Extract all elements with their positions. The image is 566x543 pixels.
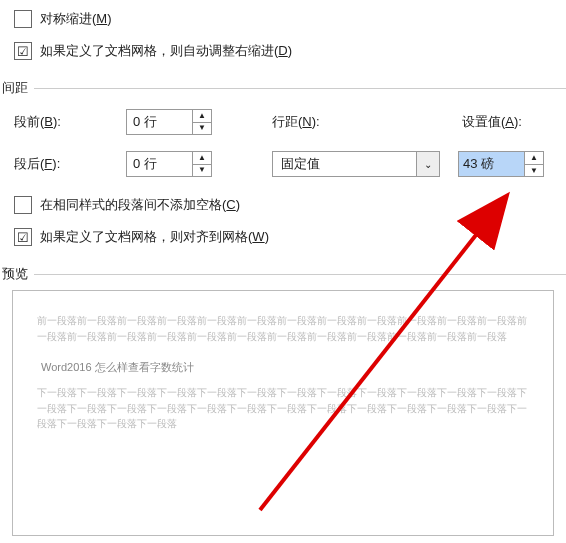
preview-before-text: 前一段落前一段落前一段落前一段落前一段落前一段落前一段落前一段落前一段落前一段落… bbox=[37, 313, 529, 344]
preview-section-header: 预览 bbox=[2, 264, 566, 284]
chevron-up-icon[interactable]: ▲ bbox=[525, 152, 543, 165]
symmetric-indent-label: 对称缩进(M) bbox=[40, 10, 112, 28]
space-before-label: 段前(B): bbox=[0, 113, 126, 131]
preview-pane: 前一段落前一段落前一段落前一段落前一段落前一段落前一段落前一段落前一段落前一段落… bbox=[12, 290, 554, 536]
chevron-up-icon[interactable]: ▲ bbox=[193, 152, 211, 165]
line-spacing-select[interactable]: 固定值 ⌄ bbox=[272, 151, 440, 177]
space-after-label: 段后(F): bbox=[0, 155, 126, 173]
at-value-spinner[interactable]: 43 磅 ▲ ▼ bbox=[458, 151, 544, 177]
snap-grid-checkbox[interactable]: ☑ bbox=[14, 228, 32, 246]
chevron-down-icon[interactable]: ▼ bbox=[525, 165, 543, 177]
chevron-down-icon[interactable]: ▼ bbox=[193, 123, 211, 135]
no-space-same-style-checkbox[interactable] bbox=[14, 196, 32, 214]
auto-adjust-right-indent-checkbox[interactable]: ☑ bbox=[14, 42, 32, 60]
spacing-section-header: 间距 bbox=[2, 78, 566, 98]
at-value-label: 设置值(A): bbox=[462, 113, 522, 131]
chevron-down-icon[interactable]: ⌄ bbox=[416, 152, 439, 176]
no-space-same-style-label: 在相同样式的段落间不添加空格(C) bbox=[40, 196, 240, 214]
symmetric-indent-checkbox[interactable] bbox=[14, 10, 32, 28]
line-spacing-label: 行距(N): bbox=[272, 113, 422, 131]
chevron-up-icon[interactable]: ▲ bbox=[193, 110, 211, 123]
preview-body-text: Word2016 怎么样查看字数统计 bbox=[41, 360, 529, 375]
snap-grid-label: 如果定义了文档网格，则对齐到网格(W) bbox=[40, 228, 269, 246]
space-after-spinner[interactable]: 0 行 ▲ ▼ bbox=[126, 151, 212, 177]
chevron-down-icon[interactable]: ▼ bbox=[193, 165, 211, 177]
space-before-spinner[interactable]: 0 行 ▲ ▼ bbox=[126, 109, 212, 135]
preview-after-text: 下一段落下一段落下一段落下一段落下一段落下一段落下一段落下一段落下一段落下一段落… bbox=[37, 385, 529, 432]
auto-adjust-right-indent-label: 如果定义了文档网格，则自动调整右缩进(D) bbox=[40, 42, 292, 60]
